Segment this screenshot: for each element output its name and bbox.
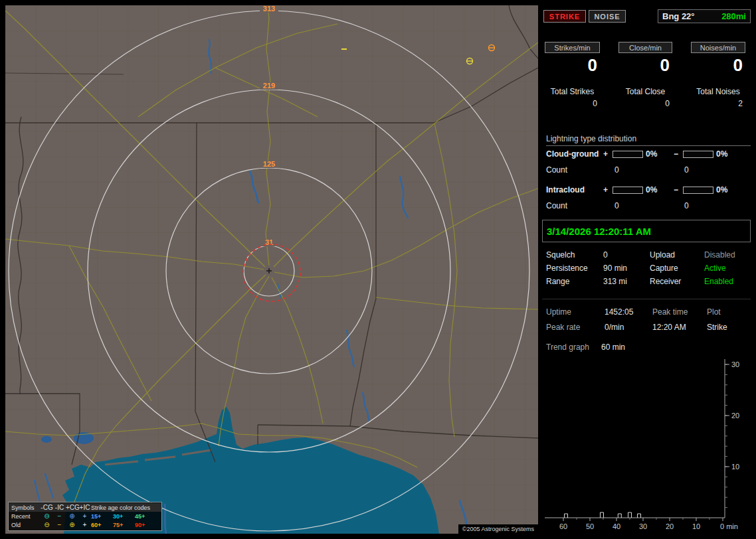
uptime-value: 1452:05 <box>605 307 633 317</box>
ring-label-313: 313 <box>263 5 275 13</box>
strikes-column: Strikes/min 0 Total Strikes 0 <box>545 42 600 116</box>
settings-row-2: Persistence 90 min Capture Active <box>542 264 756 274</box>
status-row-2: Peak rate 0/min 12:20 AM Strike <box>542 323 756 333</box>
settings-row-1: Squelch 0 Upload Disabled <box>542 250 756 261</box>
intracloud-row: Intracloud + 0% − 0% <box>542 185 756 196</box>
ic-minus-pct: 0% <box>716 185 727 194</box>
peak-rate-label: Peak rate <box>546 323 580 332</box>
bearing-distance: 280mi <box>721 11 746 21</box>
age-15: 15+ <box>91 513 113 520</box>
total-noises-label: Total Noises <box>691 87 745 96</box>
old-neg-cg-icon: ⊖ <box>41 522 53 528</box>
strikes-per-min-button[interactable]: Strikes/min <box>545 42 600 53</box>
total-noises-value: 2 <box>691 99 743 108</box>
map-legend: Symbols -CG -IC +CG +IC Strike age color… <box>8 502 162 531</box>
ic-count-label: Count <box>546 201 567 210</box>
persistence-value: 90 min <box>603 264 627 273</box>
total-strikes-value: 0 <box>545 99 597 108</box>
uptime-label: Uptime <box>546 307 571 317</box>
cg-count-label: Count <box>546 165 567 175</box>
intracloud-label: Intracloud <box>546 185 585 194</box>
ic-minus-bar <box>683 187 713 194</box>
peak-rate-value: 0/min <box>605 323 624 332</box>
svg-text:20: 20 <box>666 522 674 530</box>
intracloud-count-row: Count 0 0 <box>542 201 756 212</box>
age-30: 30+ <box>113 513 135 520</box>
persistence-label: Persistence <box>546 264 588 273</box>
legend-col-pos-ic: +IC <box>78 504 91 511</box>
ic-plus-bar <box>613 187 643 194</box>
settings-row-3: Range 313 mi Receiver Enabled <box>542 277 756 287</box>
legend-col-neg-ic: -IC <box>53 504 66 511</box>
copyright-notice: ©2005 Astrogenic Systems <box>458 524 538 534</box>
svg-text:10: 10 <box>692 522 700 530</box>
legend-col-pos-cg: +CG <box>66 504 78 511</box>
peak-time-label: Peak time <box>652 307 688 317</box>
control-panel: STRIKE NOISE Bng 22° 280mi Strikes/min 0… <box>542 0 756 539</box>
trend-graph-row: Trend graph 60 min <box>542 343 756 353</box>
age-60: 60+ <box>91 522 113 528</box>
noise-indicator[interactable]: NOISE <box>589 10 626 23</box>
noises-per-min-button[interactable]: Noises/min <box>691 42 745 53</box>
trend-graph: 3020106050403020100 min <box>542 355 741 536</box>
legend-recent-label: Recent <box>11 513 41 520</box>
range-value: 313 mi <box>603 277 627 286</box>
close-per-min-button[interactable]: Close/min <box>618 42 672 53</box>
coastal-lake-small <box>41 436 52 443</box>
datetime-text: 3/14/2026 12:20:11 AM <box>547 226 651 237</box>
legend-recent-row: Recent ⊖ − ⊕ + 15+ 30+ 45+ <box>11 512 159 520</box>
total-close-value: 0 <box>618 99 670 108</box>
legend-old-label: Old <box>11 522 41 528</box>
cg-minus-pct: 0% <box>716 149 727 159</box>
capture-status: Active <box>704 264 726 273</box>
ring-label-219: 219 <box>263 82 275 90</box>
legend-symbols-label: Symbols <box>11 504 41 511</box>
svg-text:60: 60 <box>559 522 567 530</box>
total-close-label: Total Close <box>618 87 672 96</box>
svg-text:50: 50 <box>586 522 594 530</box>
recent-neg-ic-icon: − <box>53 513 66 520</box>
strike-indicator[interactable]: STRIKE <box>543 10 586 23</box>
svg-text:30: 30 <box>731 360 739 368</box>
cg-minus-bar <box>683 151 713 158</box>
peak-time-value: 12:20 AM <box>652 323 686 332</box>
receiver-status: Enabled <box>704 277 733 286</box>
bearing-label: Bng 22° <box>662 11 695 21</box>
cg-plus-bar <box>613 151 643 158</box>
status-row-1: Uptime 1452:05 Peak time Plot <box>542 307 756 318</box>
cloud-ground-label: Cloud-ground <box>546 149 599 159</box>
upload-status: Disabled <box>704 250 735 260</box>
ic-plus-count: 0 <box>614 201 619 210</box>
cg-plus-sign: + <box>603 149 608 159</box>
cloud-ground-row: Cloud-ground + 0% − 0% <box>542 149 756 160</box>
squelch-value: 0 <box>603 250 608 260</box>
svg-text:0 min: 0 min <box>720 522 738 530</box>
squelch-label: Squelch <box>546 250 575 260</box>
cg-minus-count: 0 <box>684 165 689 175</box>
plot-label: Plot <box>707 307 721 317</box>
ic-plus-sign: + <box>603 185 608 194</box>
map[interactable]: 313 219 125 31 Symbols -CG -IC +CG +IC S… <box>5 5 538 534</box>
legend-col-neg-cg: -CG <box>41 504 53 511</box>
strikes-rate-value: 0 <box>545 56 597 74</box>
ring-label-125: 125 <box>263 160 275 168</box>
old-pos-cg-icon: ⊕ <box>66 522 78 528</box>
trend-window-value: 60 min <box>601 343 625 352</box>
plot-value: Strike <box>707 323 727 332</box>
svg-text:30: 30 <box>639 522 647 530</box>
noises-rate-value: 0 <box>691 56 743 74</box>
receiver-label: Receiver <box>650 277 681 286</box>
trend-graph-label: Trend graph <box>546 343 589 352</box>
cloud-ground-count-row: Count 0 0 <box>542 165 756 176</box>
cg-minus-sign: − <box>674 149 678 159</box>
range-label: Range <box>546 277 569 286</box>
map-svg: 313 219 125 31 <box>5 5 538 534</box>
svg-text:40: 40 <box>613 522 620 530</box>
recent-pos-cg-icon: ⊕ <box>66 513 78 520</box>
cg-plus-count: 0 <box>614 165 619 175</box>
bearing-display: Bng 22° 280mi <box>658 9 751 23</box>
svg-text:10: 10 <box>731 463 739 471</box>
close-rate-value: 0 <box>618 56 670 74</box>
capture-label: Capture <box>650 264 678 273</box>
total-strikes-label: Total Strikes <box>545 87 600 96</box>
